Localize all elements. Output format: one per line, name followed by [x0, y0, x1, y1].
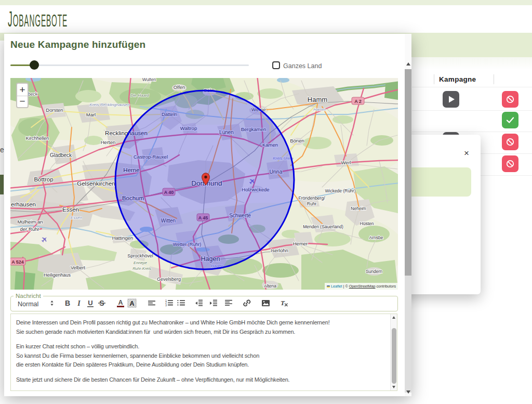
svg-text:Mülheim an: Mülheim an [17, 219, 43, 225]
svg-text:A 524: A 524 [11, 259, 24, 265]
svg-text:Essen: Essen [71, 215, 83, 220]
svg-text:Velbert: Velbert [71, 265, 86, 270]
svg-text:U: U [88, 299, 92, 307]
svg-text:Essen: Essen [62, 206, 79, 213]
svg-text:erhausen: erhausen [11, 201, 36, 207]
svg-text:Hattingen: Hattingen [112, 235, 134, 241]
svg-text:Sprockhövel: Sprockhövel [127, 253, 153, 258]
svg-text:A: A [118, 299, 123, 306]
svg-text:Altena: Altena [264, 283, 276, 289]
svg-text:Gevelsberg: Gevelsberg [157, 277, 181, 282]
svg-text:Gelsenkirchen: Gelsenkirchen [77, 180, 115, 187]
svg-text:Hamm: Hamm [308, 96, 327, 103]
svg-text:Bönen: Bönen [290, 138, 304, 144]
svg-text:Ruhr-Kreis: Ruhr-Kreis [132, 266, 151, 271]
svg-text:Kreis Recklinghausen: Kreis Recklinghausen [89, 102, 130, 107]
svg-text:Wickede (Ruhr): Wickede (Ruhr) [325, 188, 355, 193]
svg-text:Wulfen: Wulfen [142, 78, 156, 82]
svg-text:Hemer: Hemer [293, 241, 308, 246]
svg-text:Bottrop: Bottrop [34, 176, 53, 183]
svg-text:T: T [281, 299, 285, 307]
svg-text:Menden (Sauerland): Menden (Sauerland) [303, 224, 343, 229]
svg-text:Marl: Marl [86, 112, 96, 118]
svg-text:Arnsbe: Arnsbe [369, 235, 383, 240]
svg-text:Gladbeck: Gladbeck [50, 152, 72, 158]
svg-text:A 2: A 2 [354, 99, 362, 104]
svg-text:Kirchhellen: Kirchhellen [26, 136, 49, 141]
svg-text:Hüsten: Hüsten [360, 221, 374, 226]
svg-text:Hamm: Hamm [313, 107, 326, 112]
svg-text:Neheim: Neheim [351, 206, 366, 211]
svg-text:Herten: Herten [101, 139, 116, 145]
svg-text:Sundern: Sundern [366, 269, 382, 274]
svg-text:Dorsten: Dorsten [46, 107, 63, 113]
svg-text:B: B [65, 299, 70, 307]
svg-text:beck: beck [28, 92, 38, 97]
svg-text:Werl: Werl [341, 160, 351, 165]
svg-text:Iserlohn: Iserlohn [271, 247, 288, 253]
svg-text:3: 3 [165, 304, 167, 307]
svg-text:Ruhr: Ruhr [307, 201, 317, 206]
svg-text:Fröndenberg/: Fröndenberg/ [298, 196, 325, 201]
svg-text:A: A [129, 300, 134, 307]
svg-text:Olfen: Olfen [174, 84, 185, 90]
svg-text:Ennepe: Ennepe [134, 260, 147, 265]
svg-text:Die Haard: Die Haard [130, 93, 150, 98]
svg-text:der Ruhr: der Ruhr [20, 226, 39, 232]
svg-text:Heiligenhaus: Heiligenhaus [44, 272, 71, 278]
svg-text:I: I [77, 299, 81, 307]
